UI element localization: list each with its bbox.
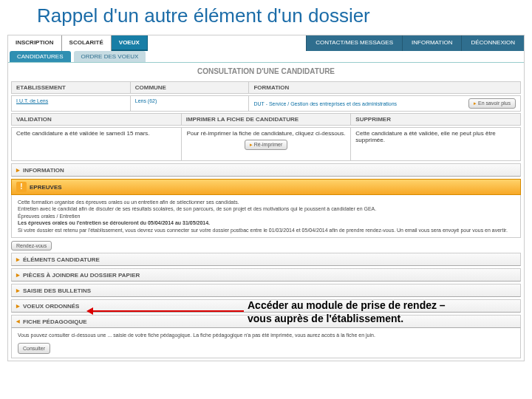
annotation-arrow-icon xyxy=(89,310,244,312)
chevron-right-icon: ▸ xyxy=(16,256,20,263)
imprimer-text: Pour ré-imprimer la fiche de candidature… xyxy=(186,130,347,137)
col-commune: COMMUNE xyxy=(131,82,250,93)
reimprimer-button[interactable]: ▸Ré-imprimer xyxy=(245,140,288,150)
acc-fiche-body: Vous pouvez consulter ci-dessous une ...… xyxy=(11,328,521,358)
table1-header: ETABLISSEMENT COMMUNE FORMATION xyxy=(11,81,521,94)
rendez-vous-button[interactable]: Rendez-vous xyxy=(11,241,52,250)
tab-candidatures[interactable]: CANDIDATURES xyxy=(10,51,71,62)
nav-voeux[interactable]: VOEUX xyxy=(112,35,148,51)
chevron-right-icon: ▸ xyxy=(16,287,20,294)
chevron-right-icon: ▸ xyxy=(16,271,20,279)
col-supprimer: SUPPRIMER xyxy=(351,114,520,125)
col-validation: VALIDATION xyxy=(12,114,182,125)
col-formation: FORMATION xyxy=(249,82,520,93)
nav-information[interactable]: INFORMATION xyxy=(402,35,461,51)
col-imprimer: IMPRIMER LA FICHE DE CANDIDATURE xyxy=(182,114,352,125)
acc-information[interactable]: ▸INFORMATION xyxy=(11,163,521,177)
table2-header: VALIDATION IMPRIMER LA FICHE DE CANDIDAT… xyxy=(11,113,521,126)
nav-scolarite[interactable]: SCOLARITÉ xyxy=(62,35,112,51)
acc-bulletins[interactable]: ▸SAISIE DES BULLETINS xyxy=(11,284,521,297)
commune-cell: Lens (62) xyxy=(131,96,250,111)
tab-ordre-voeux[interactable]: ORDRE DES VOEUX xyxy=(74,51,146,62)
validation-cell: Cette candidature a été validée le samed… xyxy=(12,128,182,160)
slide-title: Rappel d'un autre élément d'un dossier xyxy=(0,0,532,35)
supprimer-cell: Cette candidature a été validée, elle ne… xyxy=(351,128,520,160)
nav-contact[interactable]: CONTACT/MES MESSAGES xyxy=(306,35,402,51)
page-title: CONSULTATION D'UNE CANDIDATURE xyxy=(8,63,524,80)
table2-row: Cette candidature a été validée le samed… xyxy=(11,127,521,161)
nav-deconnexion[interactable]: DÉCONNEXION xyxy=(461,35,524,51)
col-etablissement: ETABLISSEMENT xyxy=(12,82,131,93)
chevron-right-icon: ▸ xyxy=(474,100,477,106)
en-savoir-plus-button[interactable]: ▸En savoir plus xyxy=(468,98,516,109)
chevron-right-icon: ▸ xyxy=(250,142,253,147)
chevron-right-icon: ▸ xyxy=(16,302,20,310)
acc-epreuves-body: Cette formation organise des épreuves or… xyxy=(11,195,521,238)
acc-pieces[interactable]: ▸PIÈCES À JOINDRE AU DOSSIER PAPIER xyxy=(11,268,521,282)
formation-cell: DUT - Service / Gestion des entreprises … xyxy=(253,101,397,106)
acc-epreuves[interactable]: !EPREUVES xyxy=(11,179,521,195)
annotation-text: Accéder au module de prise de rendez – v… xyxy=(248,299,447,325)
subtabs: CANDIDATURES ORDRE DES VOEUX xyxy=(8,51,524,63)
nav-inscription[interactable]: INSCRIPTION xyxy=(8,35,62,51)
consulter-button[interactable]: Consulter xyxy=(18,343,50,354)
chevron-down-icon: ▾ xyxy=(15,320,22,324)
acc-elements[interactable]: ▸ÉLÉMENTS CANDIDATURE xyxy=(11,253,521,266)
alert-icon: ! xyxy=(16,182,27,192)
etab-link[interactable]: I.U.T. de Lens xyxy=(16,98,48,103)
chevron-right-icon: ▸ xyxy=(16,166,20,174)
top-nav: INSCRIPTION SCOLARITÉ VOEUX CONTACT/MES … xyxy=(8,35,524,51)
table1-row: I.U.T. de Lens Lens (62) DUT - Service /… xyxy=(11,95,521,112)
